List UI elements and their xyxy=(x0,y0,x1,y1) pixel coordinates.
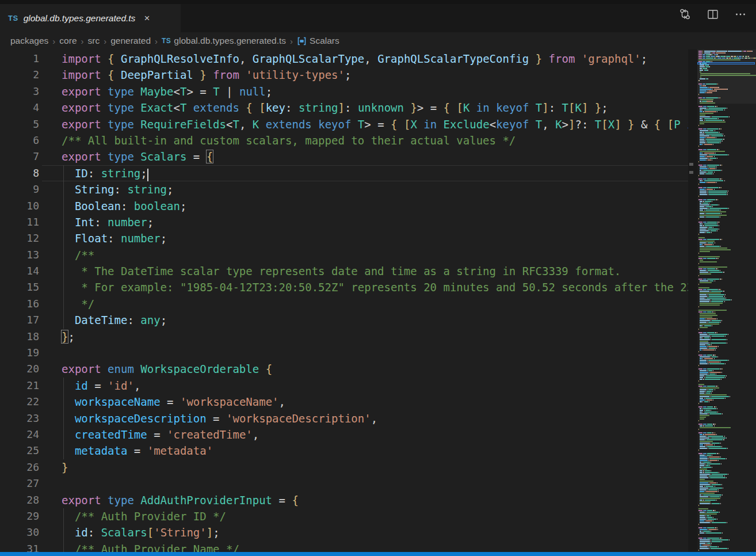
code-line-2[interactable]: 2import { DeepPartial } from 'utility-ty… xyxy=(0,67,688,83)
breadcrumb-item-global-db-types-generated-ts[interactable]: TSglobal.db.types.generated.ts xyxy=(162,36,286,46)
code-line-18[interactable]: 18}; xyxy=(0,329,688,345)
code-line-14[interactable]: 14 * The DateTime scalar type represents… xyxy=(0,263,688,279)
minimap-line xyxy=(710,396,711,397)
minimap-line xyxy=(700,223,702,224)
minimap-line xyxy=(706,134,723,135)
minimap-line xyxy=(706,393,711,394)
breadcrumb-separator: › xyxy=(155,36,158,46)
minimap-line xyxy=(700,512,704,513)
minimap-line xyxy=(702,83,705,85)
code-line-13[interactable]: 13 /** xyxy=(0,247,688,263)
minimap-line xyxy=(722,532,723,534)
code-line-9[interactable]: 9 String: string; xyxy=(0,181,688,197)
code-line-20[interactable]: 20export enum WorkspaceOrderable { xyxy=(0,361,688,377)
overview-ruler[interactable] xyxy=(688,49,697,552)
line-number: 17 xyxy=(0,312,39,328)
minimap-line xyxy=(716,137,716,138)
minimap-line xyxy=(717,149,718,150)
minimap-line xyxy=(711,320,711,321)
code-line-25[interactable]: 25 metadata = 'metadata' xyxy=(0,443,688,459)
more-actions-icon[interactable] xyxy=(734,8,747,21)
minimap-line xyxy=(702,180,703,181)
tab-global-db-types-generated[interactable]: TS global.db.types.generated.ts × xyxy=(0,4,181,32)
code-line-10[interactable]: 10 Boolean: boolean; xyxy=(0,198,688,214)
minimap-line xyxy=(702,153,703,154)
minimap-line xyxy=(724,180,725,181)
minimap-line xyxy=(698,97,702,98)
minimap-line xyxy=(698,534,699,535)
minimap-line xyxy=(698,384,704,385)
minimap-line xyxy=(700,137,704,138)
minimap-line xyxy=(717,453,718,454)
code-line-5[interactable]: 5export type RequireFields<T, K extends … xyxy=(0,116,688,132)
code-line-30[interactable]: 30 id: Scalars['String']; xyxy=(0,524,688,540)
minimap-line xyxy=(717,386,718,387)
code-line-15[interactable]: 15 * For example: "1985-04-12T23:20:50.5… xyxy=(0,279,688,295)
code-line-31[interactable]: 31 /** Auth Provider Name */ xyxy=(0,541,688,552)
minimap-line xyxy=(718,460,719,461)
minimap-line xyxy=(707,239,719,240)
minimap-line xyxy=(736,56,736,57)
code-line-24[interactable]: 24 createdTime = 'createdTime', xyxy=(0,426,688,443)
minimap-line xyxy=(698,508,708,509)
code-line-11[interactable]: 11 Int: number; xyxy=(0,214,688,230)
close-icon[interactable]: × xyxy=(144,13,150,23)
minimap[interactable] xyxy=(697,49,756,552)
minimap-line xyxy=(717,519,717,520)
minimap-line xyxy=(717,58,721,59)
minimap-line xyxy=(703,225,704,226)
code-line-6[interactable]: 6/** All built-in and custom scalars, ma… xyxy=(0,132,688,148)
minimap-line xyxy=(698,52,702,54)
minimap-line xyxy=(700,294,707,295)
minimap-line xyxy=(730,396,730,397)
breadcrumb-item-scalars[interactable]: Scalars xyxy=(297,36,339,46)
code-line-4[interactable]: 4export type Exact<T extends { [key: str… xyxy=(0,100,688,116)
code-line-26[interactable]: 26} xyxy=(0,459,688,475)
minimap-line xyxy=(703,279,706,280)
minimap-line xyxy=(700,123,704,124)
minimap-line xyxy=(700,389,707,390)
line-number: 30 xyxy=(0,524,39,540)
minimap-line xyxy=(712,503,720,504)
minimap-line xyxy=(725,377,726,378)
breadcrumb-item-generated[interactable]: generated xyxy=(110,36,151,46)
minimap-line xyxy=(707,159,707,161)
split-editor-icon[interactable] xyxy=(707,8,719,21)
minimap-line xyxy=(700,469,707,470)
code-line-12[interactable]: 12 Float: number; xyxy=(0,230,688,246)
code-line-23[interactable]: 23 workspaceDescription = 'workspaceDesc… xyxy=(0,410,688,426)
minimap-line xyxy=(708,90,716,92)
code-editor[interactable]: 1import { GraphQLResolveInfo, GraphQLSca… xyxy=(0,49,688,552)
minimap-line xyxy=(720,322,721,323)
breadcrumb-item-packages[interactable]: packages xyxy=(10,36,48,46)
code-line-8[interactable]: 8 ID: string; xyxy=(0,165,688,181)
minimap-line xyxy=(727,522,727,523)
minimap-line xyxy=(717,230,717,231)
minimap-line xyxy=(712,201,712,202)
code-line-22[interactable]: 22 workspaceName = 'workspaceName', xyxy=(0,394,688,410)
minimap-line xyxy=(708,64,709,66)
code-line-16[interactable]: 16 */ xyxy=(0,296,688,312)
breadcrumb-item-core[interactable]: core xyxy=(59,36,77,46)
minimap-line xyxy=(702,349,702,351)
code-line-27[interactable]: 27 xyxy=(0,475,688,492)
open-changes-icon[interactable] xyxy=(678,7,692,21)
code-line-19[interactable]: 19 xyxy=(0,345,688,361)
minimap-line xyxy=(699,80,700,81)
code-line-17[interactable]: 17 DateTime: any; xyxy=(0,312,688,328)
minimap-line xyxy=(700,513,717,515)
minimap-line xyxy=(708,448,708,449)
minimap-line xyxy=(703,128,706,130)
code-line-1[interactable]: 1import { GraphQLResolveInfo, GraphQLSca… xyxy=(0,51,688,67)
breadcrumb-item-src[interactable]: src xyxy=(88,36,100,46)
minimap-line xyxy=(702,101,706,102)
minimap-line xyxy=(706,97,718,98)
minimap-line xyxy=(706,206,712,207)
code-line-21[interactable]: 21 id = 'id', xyxy=(0,378,688,394)
minimap-line xyxy=(720,210,721,211)
code-line-3[interactable]: 3export type Maybe<T> = T | null; xyxy=(0,83,688,100)
code-line-7[interactable]: 7export type Scalars = { xyxy=(0,148,688,165)
minimap-line xyxy=(706,61,710,62)
code-line-28[interactable]: 28export type AddAuthProviderInput = { xyxy=(0,492,688,508)
code-line-29[interactable]: 29 /** Auth Provider ID */ xyxy=(0,508,688,524)
